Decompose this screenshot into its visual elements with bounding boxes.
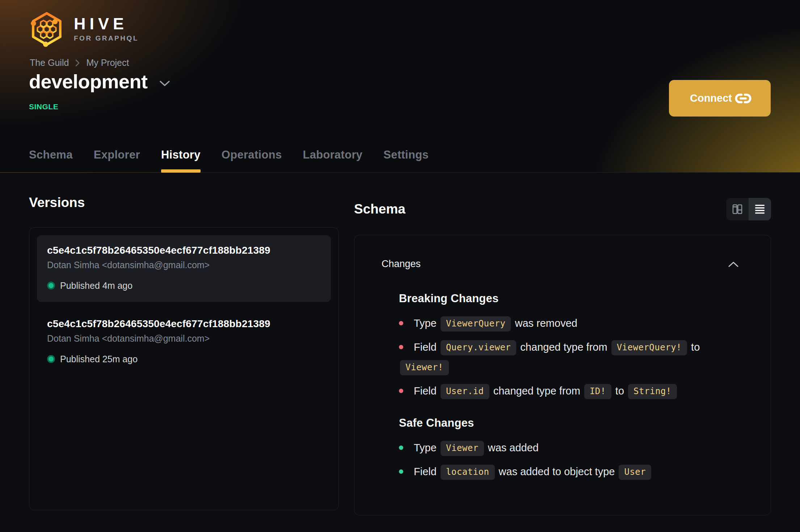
change-section: Safe Changes Type Viewer was addedField … xyxy=(399,417,739,482)
change-section-title: Safe Changes xyxy=(399,417,739,430)
change-text: Field xyxy=(414,385,439,397)
change-item: Type ViewerQuery was removed xyxy=(399,314,737,334)
code-badge: User xyxy=(619,465,651,480)
page-title: development xyxy=(29,71,148,92)
version-status: Published 25m ago xyxy=(60,354,138,364)
version-hash: c5e4c1c5f78b26465350e4ecf677cf188bb21389 xyxy=(47,245,321,256)
connect-label: Connect xyxy=(690,92,732,104)
hive-hexagon-icon xyxy=(29,11,64,47)
changes-panel: Changes Breaking Changes Type ViewerQuer… xyxy=(354,235,771,515)
change-list: Type Viewer was addedField location was … xyxy=(399,438,737,482)
change-text: Type xyxy=(414,317,439,329)
change-item: Type Viewer was added xyxy=(399,438,737,458)
list-icon xyxy=(754,203,766,215)
change-item: Field Query.viewer changed type from Vie… xyxy=(399,338,737,377)
version-status-row: Published 25m ago xyxy=(47,354,321,364)
link-icon xyxy=(734,93,752,104)
code-badge: ViewerQuery! xyxy=(611,340,687,355)
code-badge: Viewer xyxy=(441,441,484,456)
tab-settings[interactable]: Settings xyxy=(383,148,429,172)
tab-bar: SchemaExplorerHistoryOperationsLaborator… xyxy=(29,148,429,172)
tab-laboratory[interactable]: Laboratory xyxy=(303,148,362,172)
code-badge: location xyxy=(441,465,495,480)
change-item: Field location was added to object type … xyxy=(399,462,737,482)
tab-explorer[interactable]: Explorer xyxy=(94,148,140,172)
change-text: changed type from xyxy=(517,341,610,353)
version-status-row: Published 4m ago xyxy=(47,280,321,291)
connect-button[interactable]: Connect xyxy=(669,80,771,117)
breadcrumb: The Guild My Project xyxy=(30,58,129,68)
change-text: changed type from xyxy=(490,385,583,397)
versions-panel: c5e4c1c5f78b26465350e4ecf677cf188bb21389… xyxy=(29,227,339,510)
tab-operations[interactable]: Operations xyxy=(222,148,282,172)
hive-logo[interactable]: HIVE FOR GRAPHQL xyxy=(29,11,139,47)
code-badge: String! xyxy=(628,384,677,399)
schema-heading: Schema xyxy=(354,202,405,217)
change-text: to xyxy=(612,385,627,397)
code-badge: Query.viewer xyxy=(441,340,516,355)
change-section-title: Breaking Changes xyxy=(399,292,739,305)
chevron-up-icon[interactable] xyxy=(728,261,739,267)
breadcrumb-project[interactable]: My Project xyxy=(86,58,129,68)
columns-icon xyxy=(731,203,744,215)
version-card[interactable]: c5e4c1c5f78b26465350e4ecf677cf188bb21389… xyxy=(37,235,331,302)
published-status-icon xyxy=(47,282,55,290)
changes-accordion-header[interactable]: Changes xyxy=(382,258,739,270)
schema-column: Schema xyxy=(354,195,771,515)
versions-column: Versions c5e4c1c5f78b26465350e4ecf677cf1… xyxy=(29,195,339,515)
changes-label: Changes xyxy=(382,258,421,270)
versions-heading: Versions xyxy=(29,195,339,211)
change-text: to xyxy=(688,341,700,353)
tab-history[interactable]: History xyxy=(161,148,201,172)
change-text: Field xyxy=(414,466,439,477)
change-text: Type xyxy=(414,442,439,453)
target-type-badge: SINGLE xyxy=(29,102,58,111)
brand-tagline: FOR GRAPHQL xyxy=(74,34,139,42)
hive-app: HIVE FOR GRAPHQL The Guild My Project de… xyxy=(0,0,800,532)
change-text: was added xyxy=(485,442,539,453)
version-card[interactable]: c5e4c1c5f78b26465350e4ecf677cf188bb21389… xyxy=(37,309,331,375)
code-badge: ID! xyxy=(584,384,611,399)
chevron-right-icon xyxy=(75,59,80,67)
tab-schema[interactable]: Schema xyxy=(29,148,73,172)
header: HIVE FOR GRAPHQL The Guild My Project de… xyxy=(0,0,800,173)
brand-name: HIVE xyxy=(74,16,139,32)
chevron-down-icon[interactable] xyxy=(159,80,170,87)
change-section: Breaking Changes Type ViewerQuery was re… xyxy=(399,292,739,401)
code-badge: Viewer! xyxy=(400,360,449,375)
main-content: Versions c5e4c1c5f78b26465350e4ecf677cf1… xyxy=(0,173,800,515)
safe-bullet-icon xyxy=(399,446,403,450)
safe-bullet-icon xyxy=(399,469,403,474)
change-text: was removed xyxy=(512,317,577,329)
change-text: Field xyxy=(414,341,439,353)
breaking-bullet-icon xyxy=(399,345,403,349)
brand-text: HIVE FOR GRAPHQL xyxy=(74,16,139,42)
code-badge: ViewerQuery xyxy=(441,316,511,332)
code-badge: User.id xyxy=(441,384,489,399)
columns-view-button[interactable] xyxy=(726,198,749,220)
target-title-row: development xyxy=(29,71,170,92)
published-status-icon xyxy=(47,355,55,363)
version-author: Dotan Simha <dotansimha@gmail.com> xyxy=(47,333,321,344)
breadcrumb-organization[interactable]: The Guild xyxy=(30,58,69,68)
breaking-bullet-icon xyxy=(399,389,403,393)
change-item: Field User.id changed type from ID! to S… xyxy=(399,381,737,401)
version-hash: c5e4c1c5f78b26465350e4ecf677cf188bb21389 xyxy=(47,318,321,330)
change-text: was added to object type xyxy=(496,466,618,477)
schema-header-row: Schema xyxy=(354,198,771,220)
version-author: Dotan Simha <dotansimha@gmail.com> xyxy=(47,260,321,270)
version-status: Published 4m ago xyxy=(60,280,132,291)
view-toggle xyxy=(726,198,771,220)
changes-body: Breaking Changes Type ViewerQuery was re… xyxy=(382,292,739,482)
breaking-bullet-icon xyxy=(399,321,403,325)
change-list: Type ViewerQuery was removedField Query.… xyxy=(399,314,737,401)
list-view-button[interactable] xyxy=(749,198,771,220)
